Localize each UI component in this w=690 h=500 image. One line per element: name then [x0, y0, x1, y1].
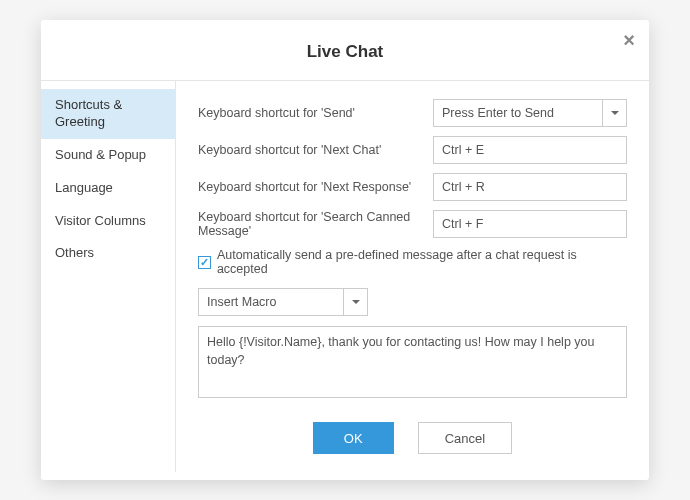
sidebar: Shortcuts & Greeting Sound & Popup Langu…: [41, 81, 176, 472]
select-value: Insert Macro: [199, 289, 343, 315]
modal-body: Shortcuts & Greeting Sound & Popup Langu…: [41, 81, 649, 472]
select-insert-macro[interactable]: Insert Macro: [198, 288, 368, 316]
row-auto-send: ✓ Automatically send a pre-defined messa…: [198, 248, 627, 276]
label-shortcut-next-chat: Keyboard shortcut for 'Next Chat': [198, 143, 433, 157]
input-shortcut-next-response[interactable]: [433, 173, 627, 201]
label-shortcut-send: Keyboard shortcut for 'Send': [198, 106, 433, 120]
sidebar-item-others[interactable]: Others: [41, 237, 175, 270]
row-shortcut-next-response: Keyboard shortcut for 'Next Response': [198, 173, 627, 201]
select-shortcut-send[interactable]: Press Enter to Send: [433, 99, 627, 127]
sidebar-item-visitor-columns[interactable]: Visitor Columns: [41, 205, 175, 238]
label-shortcut-next-response: Keyboard shortcut for 'Next Response': [198, 180, 433, 194]
sidebar-item-sound-popup[interactable]: Sound & Popup: [41, 139, 175, 172]
cancel-button[interactable]: Cancel: [418, 422, 512, 454]
input-shortcut-next-chat[interactable]: [433, 136, 627, 164]
textarea-greeting-message[interactable]: [198, 326, 627, 398]
modal-title: Live Chat: [41, 20, 649, 81]
settings-modal: × Live Chat Shortcuts & Greeting Sound &…: [41, 20, 649, 480]
label-auto-send: Automatically send a pre-defined message…: [217, 248, 627, 276]
sidebar-item-language[interactable]: Language: [41, 172, 175, 205]
ok-button[interactable]: OK: [313, 422, 394, 454]
sidebar-item-shortcuts-greeting[interactable]: Shortcuts & Greeting: [41, 89, 175, 139]
row-shortcut-search-canned: Keyboard shortcut for 'Search Canned Mes…: [198, 210, 627, 238]
row-shortcut-next-chat: Keyboard shortcut for 'Next Chat': [198, 136, 627, 164]
checkbox-auto-send[interactable]: ✓: [198, 256, 211, 269]
chevron-down-icon[interactable]: [343, 289, 367, 315]
chevron-down-icon[interactable]: [602, 100, 626, 126]
select-value: Press Enter to Send: [434, 100, 602, 126]
check-icon: ✓: [200, 257, 209, 268]
button-row: OK Cancel: [198, 422, 627, 466]
row-shortcut-send: Keyboard shortcut for 'Send' Press Enter…: [198, 99, 627, 127]
input-shortcut-search-canned[interactable]: [433, 210, 627, 238]
label-shortcut-search-canned: Keyboard shortcut for 'Search Canned Mes…: [198, 210, 433, 238]
close-icon[interactable]: ×: [623, 30, 635, 50]
content-panel: Keyboard shortcut for 'Send' Press Enter…: [176, 81, 649, 472]
